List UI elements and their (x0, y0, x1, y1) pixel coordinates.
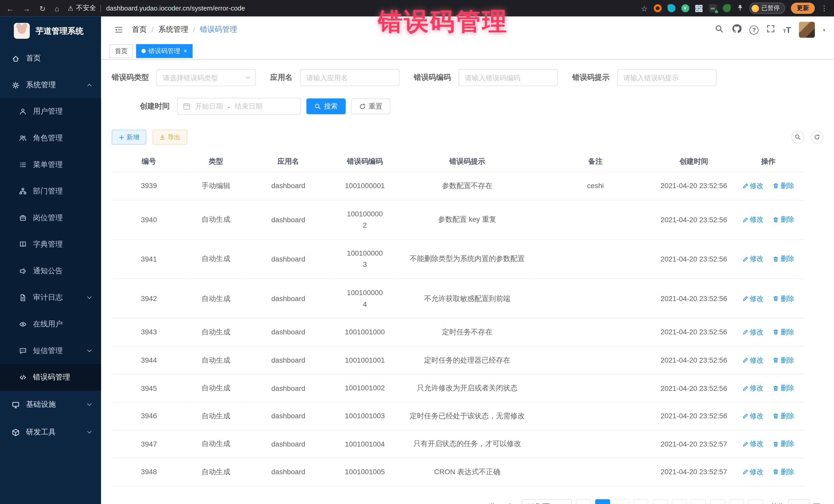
extension-icon[interactable] (695, 4, 703, 12)
browser-update-button[interactable]: 更新 (791, 3, 815, 14)
extension-icon[interactable] (667, 4, 675, 12)
sidebar-item-audit-log[interactable]: 审计日志 (0, 284, 101, 311)
delete-link[interactable]: 删除 (773, 384, 794, 393)
page-button[interactable]: 2 (614, 499, 629, 504)
address-bar[interactable]: ⚠ 不安全 dashboard.yudao.iocoder.cn/system/… (68, 4, 641, 13)
next-page-button[interactable] (748, 499, 763, 504)
edit-link[interactable]: 修改 (742, 439, 764, 449)
date-range-picker[interactable]: 开始日期 - 结束日期 (177, 98, 301, 115)
goto-page-input[interactable] (788, 499, 810, 504)
edit-link[interactable]: 修改 (742, 467, 764, 477)
sidebar-item-infrastructure[interactable]: 基础设施 (0, 391, 101, 419)
home-icon[interactable]: ⌂ (54, 4, 59, 13)
reset-button[interactable]: 重置 (351, 98, 390, 114)
extension-icon[interactable]: on (709, 4, 717, 12)
delete-link[interactable]: 删除 (773, 294, 794, 303)
sidebar-item-roles[interactable]: 角色管理 (0, 125, 101, 152)
edit-link[interactable]: 修改 (742, 181, 764, 191)
delete-link[interactable]: 删除 (773, 355, 794, 365)
url-text[interactable]: dashboard.yudao.iocoder.cn/system/error-… (106, 5, 245, 12)
page-size-select[interactable]: 10条/页 (522, 499, 572, 504)
sidebar-item-users[interactable]: 用户管理 (0, 98, 101, 125)
table-row[interactable]: 3939 手动编辑 dashboard 1001000001 参数配置不存在 c… (112, 172, 804, 200)
table-row[interactable]: 3947 自动生成 dashboard 1001001004 只有开启状态的任务… (112, 430, 804, 458)
sidebar-item-system[interactable]: 系统管理 (0, 72, 101, 98)
caret-down-icon[interactable]: ▾ (823, 27, 825, 33)
extension-icon[interactable] (653, 4, 661, 12)
breadcrumb-system[interactable]: 系统管理 (158, 25, 188, 35)
page-button[interactable]: 3 (634, 499, 649, 504)
prev-page-button[interactable] (576, 499, 591, 504)
search-icon[interactable] (715, 24, 724, 36)
forward-icon[interactable]: → (23, 4, 30, 13)
table-row[interactable]: 3945 自动生成 dashboard 1001001002 只允许修改为开启或… (112, 374, 804, 402)
profile-paused-chip[interactable]: 已暂停 (749, 3, 785, 14)
more-pages-button[interactable]: ••• (710, 499, 725, 504)
extension-icon[interactable]: V (681, 4, 689, 12)
toggle-search-button[interactable] (791, 131, 804, 144)
pin-icon[interactable] (737, 4, 743, 13)
sidebar-item-home[interactable]: 首页 (0, 45, 101, 72)
delete-link[interactable]: 删除 (773, 327, 794, 337)
sidebar-item-menus[interactable]: 菜单管理 (0, 151, 101, 178)
edit-link[interactable]: 修改 (742, 294, 764, 303)
security-indicator[interactable]: ⚠ 不安全 (68, 4, 96, 13)
error-code-input[interactable] (465, 74, 544, 82)
kebab-menu-icon[interactable]: ⋮ (821, 4, 828, 12)
error-type-select[interactable] (156, 69, 256, 86)
delete-link[interactable]: 删除 (773, 181, 794, 191)
table-row[interactable]: 3941 自动生成 dashboard 100100000 3 不能删除类型为系… (112, 239, 804, 279)
table-row[interactable]: 3944 自动生成 dashboard 1001001001 定时任务的处理器已… (112, 346, 804, 374)
edit-link[interactable]: 修改 (742, 384, 764, 393)
edit-link[interactable]: 修改 (742, 327, 764, 337)
sidebar-item-sms[interactable]: 短信管理 (0, 338, 101, 365)
sidebar-item-departments[interactable]: 部门管理 (0, 178, 101, 205)
user-avatar[interactable] (799, 22, 815, 38)
delete-link[interactable]: 删除 (773, 439, 794, 449)
extension-icon[interactable] (723, 4, 730, 12)
edit-link[interactable]: 修改 (742, 355, 764, 365)
app-name-field[interactable] (300, 69, 399, 86)
delete-link[interactable]: 删除 (773, 467, 794, 477)
close-icon[interactable]: × (183, 47, 187, 54)
edit-link[interactable]: 修改 (742, 215, 764, 224)
export-button[interactable]: 导出 (153, 130, 187, 145)
delete-link[interactable]: 删除 (773, 215, 794, 224)
edit-link[interactable]: 修改 (742, 411, 764, 421)
tab-home[interactable]: 首页 (110, 44, 133, 58)
page-button[interactable]: 4 (653, 499, 667, 504)
app-name-input[interactable] (306, 74, 385, 82)
sidebar-item-dev-tools[interactable]: 研发工具 (0, 418, 101, 446)
reload-icon[interactable]: ↻ (39, 4, 45, 13)
sidebar-item-online-users[interactable]: 在线用户 (0, 311, 101, 338)
error-type-select-input[interactable] (163, 74, 241, 82)
page-button[interactable]: 6 (691, 499, 706, 504)
page-button[interactable]: 5 (672, 499, 687, 504)
breadcrumb-home[interactable]: 首页 (132, 25, 147, 35)
sidebar-item-notices[interactable]: 通知公告 (0, 258, 101, 285)
search-button[interactable]: 搜索 (306, 98, 346, 114)
table-row[interactable]: 3948 自动生成 dashboard 1001001005 CRON 表达式不… (112, 458, 804, 486)
table-row[interactable]: 3940 自动生成 dashboard 100100000 2 参数配置 key… (112, 200, 804, 239)
table-row[interactable]: 3942 自动生成 dashboard 100100000 4 不允许获取敏感配… (112, 279, 804, 319)
hamburger-icon[interactable] (114, 25, 124, 34)
font-size-icon[interactable]: TT (783, 26, 791, 34)
sidebar-item-dictionary[interactable]: 字典管理 (0, 231, 101, 258)
tab-error-code[interactable]: 错误码管理 × (136, 44, 193, 58)
edit-link[interactable]: 修改 (742, 254, 764, 264)
delete-link[interactable]: 删除 (773, 254, 794, 264)
page-button[interactable]: 8 (729, 499, 744, 504)
sidebar-item-error-code[interactable]: 错误码管理 (0, 364, 101, 391)
github-icon[interactable] (732, 24, 742, 36)
help-icon[interactable]: ? (750, 25, 759, 34)
sidebar-item-positions[interactable]: 岗位管理 (0, 205, 101, 232)
error-hint-field[interactable] (617, 69, 717, 86)
error-code-field[interactable] (459, 69, 558, 86)
add-button[interactable]: 新增 (112, 130, 146, 145)
refresh-table-button[interactable] (811, 131, 824, 144)
delete-link[interactable]: 删除 (773, 411, 794, 421)
fullscreen-icon[interactable] (767, 24, 775, 35)
page-button[interactable]: 1 (595, 499, 610, 504)
table-row[interactable]: 3943 自动生成 dashboard 1001001000 定时任务不存在 2… (112, 318, 804, 346)
table-row[interactable]: 3946 自动生成 dashboard 1001001003 定时任务已经处于该… (112, 402, 804, 430)
